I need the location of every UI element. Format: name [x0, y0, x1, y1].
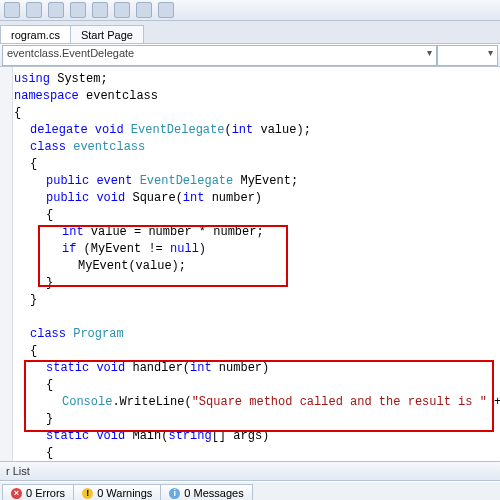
- document-tabs: rogram.cs Start Page: [0, 21, 500, 44]
- toolbar-button-icon[interactable]: [92, 2, 108, 18]
- info-icon: i: [169, 488, 180, 499]
- error-list-tabs: ×0 Errors !0 Warnings i0 Messages: [0, 481, 500, 500]
- tab-program[interactable]: rogram.cs: [0, 25, 71, 43]
- tab-startpage[interactable]: Start Page: [70, 25, 144, 43]
- toolbar-button-icon[interactable]: [114, 2, 130, 18]
- toolbar-button-icon[interactable]: [48, 2, 64, 18]
- messages-filter[interactable]: i0 Messages: [160, 484, 252, 500]
- toolbar-button-icon[interactable]: [158, 2, 174, 18]
- toolbar-button-icon[interactable]: [4, 2, 20, 18]
- scope-dropdown[interactable]: eventclass.EventDelegate: [2, 45, 437, 66]
- error-list-header[interactable]: r List: [0, 461, 500, 481]
- code-editor[interactable]: using System; namespace eventclass { del…: [0, 67, 500, 461]
- errors-filter[interactable]: ×0 Errors: [2, 484, 74, 500]
- toolbar-button-icon[interactable]: [26, 2, 42, 18]
- navigation-bar: eventclass.EventDelegate: [0, 44, 500, 67]
- toolbar-button-icon[interactable]: [136, 2, 152, 18]
- toolbar: [0, 0, 500, 21]
- toolbar-button-icon[interactable]: [70, 2, 86, 18]
- error-icon: ×: [11, 488, 22, 499]
- member-dropdown[interactable]: [437, 45, 498, 66]
- warnings-filter[interactable]: !0 Warnings: [73, 484, 161, 500]
- warning-icon: !: [82, 488, 93, 499]
